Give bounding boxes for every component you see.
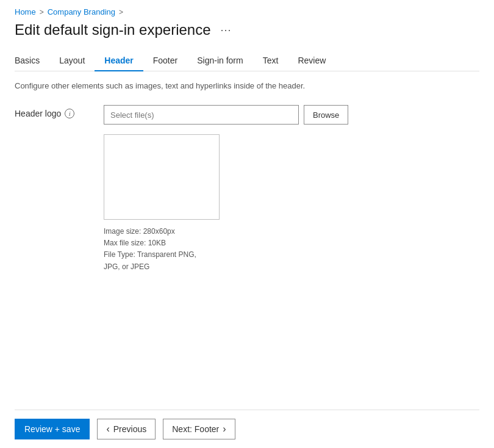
- ellipsis-button[interactable]: ···: [217, 23, 235, 38]
- section-description: Configure other elements such as images,…: [15, 81, 479, 90]
- next-button-label: Next: Footer: [172, 424, 219, 434]
- form-content: Header logo i Browse Image size: 280x60p…: [15, 105, 479, 410]
- file-input-row: Browse: [104, 105, 348, 125]
- header-logo-row: Header logo i Browse: [15, 105, 479, 125]
- tab-footer[interactable]: Footer: [143, 51, 187, 71]
- image-preview-box: [104, 134, 220, 220]
- tab-basics[interactable]: Basics: [15, 51, 49, 71]
- file-input[interactable]: [104, 105, 299, 125]
- tab-layout[interactable]: Layout: [49, 51, 95, 71]
- max-file-size-info: Max file size: 10KB: [104, 237, 479, 249]
- page-title: Edit default sign-in experience: [15, 21, 211, 38]
- chevron-right-icon: [223, 424, 226, 435]
- breadcrumb-home[interactable]: Home: [15, 7, 36, 16]
- tabs-container: Basics Layout Header Footer Sign-in form…: [15, 51, 479, 71]
- next-button[interactable]: Next: Footer: [163, 419, 235, 439]
- header-logo-label: Header logo i: [15, 105, 94, 118]
- tab-signin-form[interactable]: Sign-in form: [187, 51, 252, 71]
- file-type-info-2: JPG, or JPEG: [104, 261, 479, 273]
- review-save-button[interactable]: Review + save: [15, 419, 90, 439]
- browse-button[interactable]: Browse: [304, 105, 348, 125]
- image-preview-container: Image size: 280x60px Max file size: 10KB…: [104, 134, 479, 273]
- chevron-left-icon: [106, 424, 109, 435]
- tab-header[interactable]: Header: [95, 51, 143, 71]
- breadcrumb-separator-2: >: [119, 8, 123, 16]
- breadcrumb: Home > Company Branding >: [15, 7, 479, 16]
- info-icon[interactable]: i: [65, 109, 74, 118]
- file-type-info: File Type: Transparent PNG,: [104, 249, 479, 261]
- previous-button[interactable]: Previous: [97, 419, 156, 439]
- footer-actions: Review + save Previous Next: Footer: [15, 410, 479, 448]
- tab-text[interactable]: Text: [253, 51, 288, 71]
- previous-button-label: Previous: [113, 424, 146, 434]
- breadcrumb-company-branding[interactable]: Company Branding: [48, 7, 115, 16]
- tab-review[interactable]: Review: [288, 51, 335, 71]
- header-logo-text: Header logo: [15, 109, 61, 118]
- breadcrumb-separator-1: >: [40, 8, 44, 16]
- image-size-info: Image size: 280x60px: [104, 226, 479, 237]
- page-title-row: Edit default sign-in experience ···: [15, 21, 479, 38]
- image-info: Image size: 280x60px Max file size: 10KB…: [104, 226, 479, 273]
